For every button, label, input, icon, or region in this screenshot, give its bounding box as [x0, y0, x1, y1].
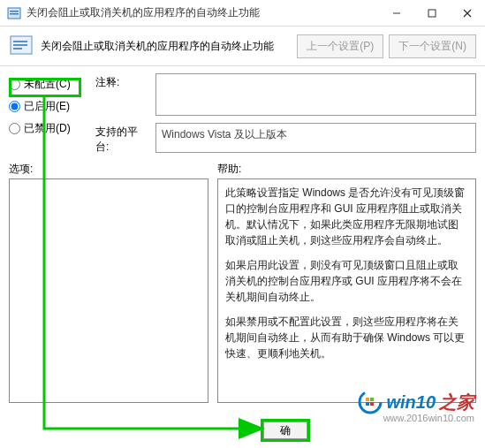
prev-setting-button[interactable]: 上一个设置(P) — [297, 34, 383, 58]
help-text-3: 如果禁用或不配置此设置，则这些应用程序将在关机期间自动终止，从而有助于确保 Wi… — [225, 314, 468, 361]
close-button[interactable] — [450, 0, 485, 27]
minimize-button[interactable] — [379, 0, 414, 27]
svg-rect-8 — [13, 41, 27, 42]
header: 关闭会阻止或取消关机的应用程序的自动终止功能 上一个设置(P) 下一个设置(N) — [0, 27, 485, 66]
radio-enabled-input[interactable] — [9, 101, 20, 112]
radio-disabled-label: 已禁用(D) — [24, 121, 71, 136]
comment-input[interactable] — [155, 73, 476, 116]
radio-disabled[interactable]: 已禁用(D) — [9, 121, 88, 136]
radio-disabled-input[interactable] — [9, 123, 20, 134]
help-text-2: 如果启用此设置，则没有可见顶级窗口且阻止或取消关机的控制台应用程序或 GUI 应… — [225, 257, 468, 305]
radio-not-configured-label: 未配置(C) — [24, 77, 71, 92]
radio-enabled-label: 已启用(E) — [24, 99, 70, 114]
body: 未配置(C) 已启用(E) 已禁用(D) 注释: 支持的平台: Windows … — [0, 66, 485, 155]
radio-enabled[interactable]: 已启用(E) — [9, 99, 88, 114]
maximize-button[interactable] — [414, 0, 450, 27]
platform-value: Windows Vista 及以上版本 — [155, 123, 476, 153]
help-box[interactable]: 此策略设置指定 Windows 是否允许没有可见顶级窗口的控制台应用程序和 GU… — [217, 178, 476, 403]
next-setting-button[interactable]: 下一个设置(N) — [389, 34, 476, 58]
window-title: 关闭会阻止或取消关机的应用程序的自动终止功能 — [27, 5, 379, 20]
window-controls — [379, 0, 485, 27]
help-text-1: 此策略设置指定 Windows 是否允许没有可见顶级窗口的控制台应用程序和 GU… — [225, 185, 468, 248]
svg-rect-2 — [10, 13, 19, 15]
svg-rect-10 — [13, 48, 22, 49]
svg-rect-4 — [428, 10, 436, 17]
comment-row: 注释: — [95, 73, 476, 116]
policy-icon-large — [9, 34, 34, 58]
platform-label: 支持的平台: — [95, 123, 150, 155]
options-box — [9, 178, 208, 403]
help-label: 帮助: — [217, 162, 476, 177]
help-column: 帮助: 此策略设置指定 Windows 是否允许没有可见顶级窗口的控制台应用程序… — [217, 162, 476, 403]
options-label: 选项: — [9, 162, 208, 177]
lower-section: 选项: 帮助: 此策略设置指定 Windows 是否允许没有可见顶级窗口的控制台… — [0, 155, 485, 403]
header-title: 关闭会阻止或取消关机的应用程序的自动终止功能 — [41, 39, 290, 54]
radio-not-configured-input[interactable] — [9, 79, 20, 90]
platform-row: 支持的平台: Windows Vista 及以上版本 — [95, 123, 476, 155]
nav-buttons: 上一个设置(P) 下一个设置(N) — [297, 34, 476, 58]
svg-rect-1 — [10, 11, 19, 12]
options-column: 选项: — [9, 162, 208, 403]
watermark-url: www.2016win10.com — [383, 413, 474, 423]
radio-not-configured[interactable]: 未配置(C) — [9, 77, 88, 92]
titlebar: 关闭会阻止或取消关机的应用程序的自动终止功能 — [0, 0, 485, 27]
policy-icon — [7, 6, 21, 20]
comment-label: 注释: — [95, 73, 150, 90]
ok-button[interactable]: 确 — [263, 421, 307, 439]
radio-group: 未配置(C) 已启用(E) 已禁用(D) — [9, 73, 88, 155]
right-column: 注释: 支持的平台: Windows Vista 及以上版本 — [95, 73, 476, 155]
svg-rect-9 — [13, 44, 27, 46]
